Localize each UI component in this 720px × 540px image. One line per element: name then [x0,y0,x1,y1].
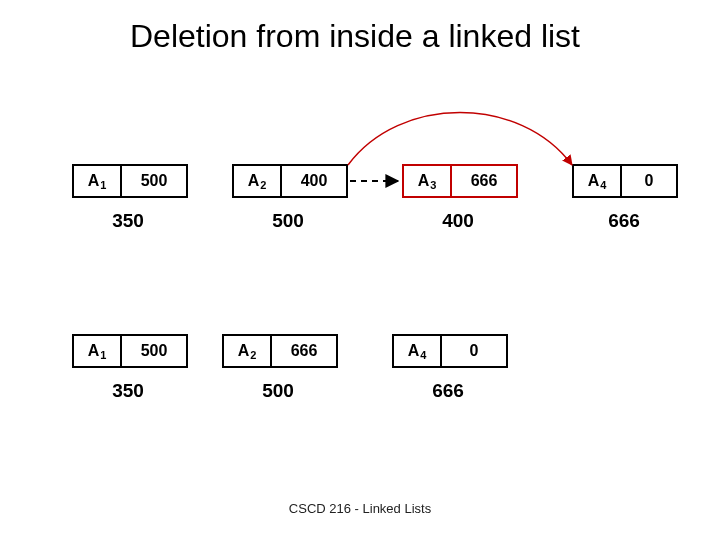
slide-footer: CSCD 216 - Linked Lists [0,501,720,516]
node-ptr: 0 [622,166,676,196]
node-a1-before: A1 500 [72,164,188,198]
node-addr: 666 [594,210,654,232]
node-addr: 666 [418,380,478,402]
bypass-arrow [348,113,572,166]
node-label: A1 [88,172,107,190]
node-label: A1 [88,342,107,360]
node-a4-after: A4 0 [392,334,508,368]
node-ptr: 0 [442,336,506,366]
connectors [0,0,720,540]
node-a4-before: A4 0 [572,164,678,198]
node-a2-after: A2 666 [222,334,338,368]
slide-title: Deletion from inside a linked list [130,18,580,55]
node-label: A2 [248,172,267,190]
node-ptr: 500 [122,336,186,366]
node-ptr: 666 [452,166,516,196]
node-addr: 350 [98,380,158,402]
node-label: A2 [238,342,257,360]
node-label: A4 [588,172,607,190]
node-ptr: 500 [122,166,186,196]
node-addr: 400 [428,210,488,232]
node-addr: 500 [258,210,318,232]
node-label: A4 [408,342,427,360]
node-ptr: 666 [272,336,336,366]
node-label: A3 [418,172,437,190]
node-addr: 350 [98,210,158,232]
node-ptr: 400 [282,166,346,196]
node-addr: 500 [248,380,308,402]
node-a3-before: A3 666 [402,164,518,198]
node-a2-before: A2 400 [232,164,348,198]
node-a1-after: A1 500 [72,334,188,368]
